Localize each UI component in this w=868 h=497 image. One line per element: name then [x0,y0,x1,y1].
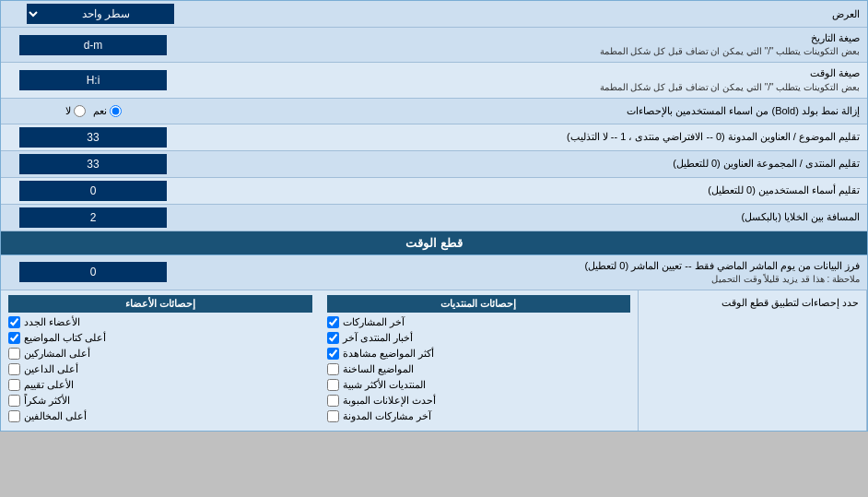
user-names-row: تقليم أسماء المستخدمين (0 للتعطيل) [1,178,867,205]
display-row: العرض سطر واحدسطرينثلاثة أسطر [1,1,867,28]
forum-sort-input-wrap [1,151,185,177]
bold-style-no-label[interactable]: لا [65,105,86,117]
posts-checkbox-3[interactable] [327,363,339,375]
time-format-input-wrap [1,67,185,93]
members-item-6: أعلى المخالفين [8,410,312,422]
cell-spacing-row: المسافة بين الخلايا (بالبكسل) [1,205,867,231]
members-item-5: الأكثر شكراً [8,395,312,407]
members-item-4: الأعلى تقييم [8,379,312,391]
bold-style-label: إزالة نمط بولد (Bold) من اسماء المستخدمي… [185,101,867,122]
posts-stats-header: إحصائات المنتديات [327,295,631,313]
date-format-input[interactable] [19,35,167,55]
cell-spacing-label: المسافة بين الخلايا (بالبكسل) [185,207,867,228]
members-checkbox-1[interactable] [8,332,20,344]
topic-sort-input[interactable] [19,127,167,148]
posts-stats-col: إحصائات المنتديات آخر المشاركات أخبار ال… [320,290,639,431]
topic-sort-label: تقليم الموضوع / العناوين المدونة (0 -- ا… [185,126,867,148]
posts-checkbox-5[interactable] [327,395,339,407]
posts-item-3: المواضيع الساخنة [327,363,631,375]
time-cut-row: فرز البيانات من يوم الماشر الماضي فقط --… [1,255,867,290]
topic-sort-row: تقليم الموضوع / العناوين المدونة (0 -- ا… [1,124,867,151]
bold-style-row: إزالة نمط بولد (Bold) من اسماء المستخدمي… [1,99,867,124]
posts-item-2: أكثر المواضيع مشاهدة [327,348,631,360]
statistics-container: حدد إحصاءات لتطبيق قطع الوقت إحصائات الم… [1,290,867,431]
date-format-input-wrap [1,32,185,58]
members-item-2: أعلى المشاركين [8,348,312,360]
members-checkbox-5[interactable] [8,395,20,407]
time-cut-label: فرز البيانات من يوم الماشر الماضي فقط --… [185,255,867,290]
forum-sort-label: تقليم المنتدى / المجموعة العناوين (0 للت… [185,153,867,174]
posts-checkbox-0[interactable] [327,316,339,328]
members-item-0: الأعضاء الجدد [8,316,312,328]
bold-style-no-radio[interactable] [74,105,86,117]
members-checkbox-2[interactable] [8,348,20,360]
time-cut-input-wrap [1,259,185,285]
members-checkbox-3[interactable] [8,363,20,375]
topic-sort-input-wrap [1,124,185,150]
members-checkbox-4[interactable] [8,379,20,391]
posts-item-0: آخر المشاركات [327,316,631,328]
forum-sort-input[interactable] [19,154,167,174]
posts-item-4: المنتديات الأكثر شبية [327,379,631,391]
bold-style-radio-group: نعم لا [65,105,122,117]
time-format-label: صيغة الوقت بعض التكوينات يتطلب "/" التي … [185,63,867,97]
display-select-wrap: سطر واحدسطرينثلاثة أسطر [8,4,193,24]
posts-checkbox-6[interactable] [327,410,339,422]
bold-style-yes-label[interactable]: نعم [93,105,122,117]
user-names-label: تقليم أسماء المستخدمين (0 للتعطيل) [185,180,867,201]
cell-spacing-input-wrap [1,205,185,231]
members-stats-col: إحصائات الأعضاء الأعضاء الجدد أعلى كتاب … [1,290,320,431]
date-format-row: صيغة التاريخ بعض التكوينات يتطلب "/" الت… [1,28,867,63]
members-checkbox-0[interactable] [8,316,20,328]
time-cut-header: قطع الوقت [1,231,867,255]
time-format-row: صيغة الوقت بعض التكوينات يتطلب "/" التي … [1,63,867,98]
posts-item-1: أخبار المنتدى آخر [327,332,631,344]
user-names-input-wrap [1,178,185,204]
posts-item-5: أحدث الإعلانات المبوبة [327,395,631,407]
stats-left-panel: حدد إحصاءات لتطبيق قطع الوقت [639,290,867,431]
time-cut-input[interactable] [19,262,167,282]
time-format-input[interactable] [19,70,167,90]
display-label: العرض [193,8,860,20]
members-stats-header: إحصائات الأعضاء [8,295,312,313]
posts-checkbox-1[interactable] [327,332,339,344]
members-item-1: أعلى كتاب المواضيع [8,332,312,344]
cell-spacing-input[interactable] [19,207,167,228]
stats-columns: إحصائات المنتديات آخر المشاركات أخبار ال… [1,290,639,431]
bold-style-input-wrap: نعم لا [1,102,185,120]
bold-style-yes-radio[interactable] [110,105,122,117]
posts-item-6: آخر مشاركات المدونة [327,410,631,422]
posts-checkbox-4[interactable] [327,379,339,391]
date-format-label: صيغة التاريخ بعض التكوينات يتطلب "/" الت… [185,28,867,62]
display-select[interactable]: سطر واحدسطرينثلاثة أسطر [27,4,174,24]
members-checkbox-6[interactable] [8,410,20,422]
members-item-3: أعلى الداعين [8,363,312,375]
user-names-input[interactable] [19,181,167,201]
posts-checkbox-2[interactable] [327,348,339,360]
forum-sort-row: تقليم المنتدى / المجموعة العناوين (0 للت… [1,151,867,178]
